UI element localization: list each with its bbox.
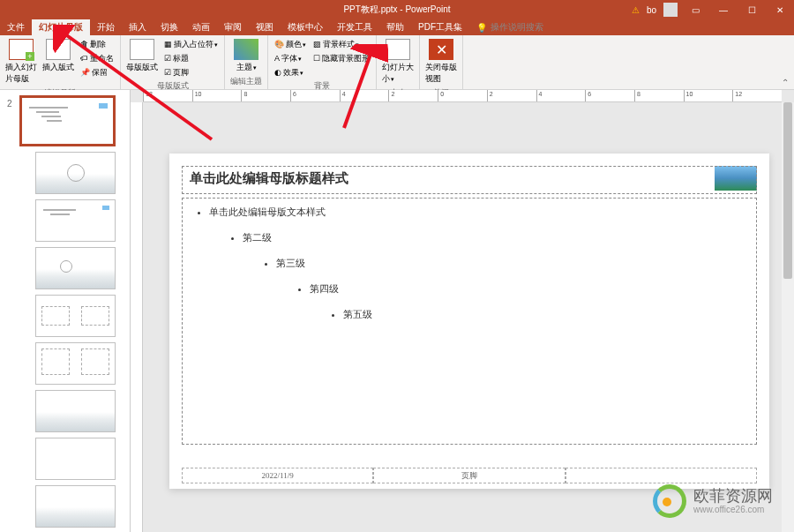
tab-developer[interactable]: 开发工具 bbox=[330, 19, 379, 35]
hide-bg-checkbox[interactable]: ☐隐藏背景图形 bbox=[311, 51, 372, 65]
slide-number-placeholder[interactable] bbox=[566, 468, 757, 483]
bg-icon: ▨ bbox=[313, 40, 321, 49]
tab-pdf[interactable]: PDF工具集 bbox=[411, 19, 469, 35]
tab-templates[interactable]: 模板中心 bbox=[281, 19, 330, 35]
colors-button[interactable]: 🎨颜色 bbox=[272, 37, 309, 51]
layout-thumb[interactable] bbox=[35, 295, 116, 337]
ruler-tick: 2 bbox=[388, 90, 438, 101]
rename-button[interactable]: 🏷重命名 bbox=[78, 51, 116, 65]
tab-view[interactable]: 视图 bbox=[249, 19, 281, 35]
master-layout-icon bbox=[130, 39, 154, 60]
layout-thumb[interactable] bbox=[35, 485, 116, 528]
slide-thumbnails-panel[interactable]: 2 bbox=[0, 90, 131, 532]
ribbon-options-button[interactable]: ▭ bbox=[685, 0, 706, 19]
preserve-button[interactable]: 📌保留 bbox=[78, 65, 116, 79]
ribbon: + 插入幻灯片母版 插入版式 🗑删除 🏷重命名 📌保留 编辑母版 母版版式 ▦插… bbox=[0, 35, 794, 90]
tab-transitions[interactable]: 切换 bbox=[154, 19, 185, 35]
close-master-view-button[interactable]: ✕ 关闭母版视图 bbox=[423, 37, 459, 86]
footers-checkbox[interactable]: ☑页脚 bbox=[161, 65, 221, 79]
footer-placeholder[interactable]: 页脚 bbox=[373, 468, 565, 483]
tab-review[interactable]: 审阅 bbox=[217, 19, 249, 35]
themes-button[interactable]: 主题 bbox=[228, 37, 264, 75]
tell-me-search[interactable]: 💡 操作说明搜索 bbox=[469, 19, 543, 35]
ruler-tick: 10 bbox=[192, 90, 242, 101]
fonts-icon: A bbox=[274, 54, 280, 63]
group-edit-theme: 编辑主题 bbox=[228, 75, 264, 87]
effects-button[interactable]: ◐效果 bbox=[272, 65, 309, 79]
tab-home[interactable]: 开始 bbox=[90, 19, 122, 35]
warning-icon: ⚠ bbox=[632, 5, 640, 15]
vertical-ruler[interactable] bbox=[131, 102, 143, 532]
checkbox-icon: ☑ bbox=[164, 54, 171, 63]
slide-size-button[interactable]: 幻灯片大小 bbox=[380, 37, 416, 86]
ruler-tick: 8 bbox=[241, 90, 290, 101]
layout-thumb[interactable] bbox=[35, 390, 116, 432]
effects-icon: ◐ bbox=[274, 68, 281, 77]
placeholder-icon: ▦ bbox=[164, 40, 172, 49]
ruler-tick: 4 bbox=[340, 90, 389, 101]
layout-thumb[interactable] bbox=[35, 247, 116, 289]
slide-canvas[interactable]: 单击此处编辑母版标题样式 单击此处编辑母版文本样式 第二级 第三级 第四级 第五… bbox=[169, 154, 769, 489]
ruler-tick: 10 bbox=[684, 90, 733, 101]
checkbox-icon: ☐ bbox=[313, 54, 320, 63]
vertical-scrollbar[interactable] bbox=[782, 102, 794, 532]
master-number: 2 bbox=[7, 99, 12, 109]
title-checkbox[interactable]: ☑标题 bbox=[161, 51, 221, 65]
checkbox-icon: ☑ bbox=[164, 68, 171, 77]
slide-editor: 12108642024681012 单击此处编辑母版标题样式 单击此处编辑母版文… bbox=[131, 90, 794, 532]
close-icon: ✕ bbox=[429, 39, 453, 60]
layout-thumb[interactable] bbox=[35, 342, 116, 385]
title-placeholder[interactable]: 单击此处编辑母版标题样式 bbox=[182, 166, 757, 194]
watermark: 欧菲资源网 www.office26.com bbox=[653, 484, 773, 518]
ruler-tick: 0 bbox=[438, 90, 487, 101]
delete-button[interactable]: 🗑删除 bbox=[78, 37, 116, 51]
watermark-logo-icon bbox=[653, 484, 686, 518]
master-layout-button[interactable]: 母版版式 bbox=[124, 37, 160, 75]
collapse-ribbon-button[interactable]: ⌃ bbox=[782, 78, 789, 87]
insert-layout-button[interactable]: 插入版式 bbox=[41, 37, 76, 75]
date-placeholder[interactable]: 2022/11/9 bbox=[182, 468, 373, 483]
insert-placeholder-button[interactable]: ▦插入占位符 bbox=[161, 37, 221, 51]
delete-icon: 🗑 bbox=[80, 40, 88, 49]
tab-file[interactable]: 文件 bbox=[0, 19, 32, 35]
ribbon-tabs: 文件 幻灯片母版 开始 插入 切换 动画 审阅 视图 模板中心 开发工具 帮助 … bbox=[0, 19, 794, 35]
themes-icon bbox=[234, 39, 258, 60]
user-name: bo bbox=[647, 5, 656, 15]
horizontal-ruler[interactable]: 12108642024681012 bbox=[143, 90, 782, 102]
close-button[interactable]: ✕ bbox=[769, 0, 790, 19]
tab-slidemaster[interactable]: 幻灯片母版 bbox=[32, 19, 90, 35]
lightbulb-icon: 💡 bbox=[476, 23, 487, 33]
rename-icon: 🏷 bbox=[80, 54, 88, 63]
tab-insert[interactable]: 插入 bbox=[122, 19, 154, 35]
ruler-tick: 4 bbox=[536, 90, 586, 101]
watermark-url: www.office26.com bbox=[693, 505, 773, 514]
ruler-tick: 12 bbox=[143, 90, 192, 101]
tab-help[interactable]: 帮助 bbox=[379, 19, 411, 35]
footer-placeholders: 2022/11/9 页脚 bbox=[182, 468, 757, 483]
body-placeholder[interactable]: 单击此处编辑母版文本样式 第二级 第三级 第四级 第五级 bbox=[182, 198, 757, 445]
scrollbar-thumb[interactable] bbox=[783, 102, 792, 279]
layout-thumb[interactable] bbox=[35, 199, 116, 242]
ruler-tick: 6 bbox=[290, 90, 340, 101]
avatar[interactable] bbox=[663, 3, 678, 17]
app-name: PowerPoint bbox=[405, 4, 450, 14]
master-slide-thumb[interactable] bbox=[19, 95, 116, 146]
file-name: PPT教程.pptx bbox=[343, 4, 397, 14]
preserve-icon: 📌 bbox=[80, 68, 90, 77]
watermark-brand: 欧菲资源网 bbox=[693, 488, 773, 506]
tab-animations[interactable]: 动画 bbox=[185, 19, 217, 35]
layout-thumb[interactable] bbox=[35, 152, 116, 194]
maximize-button[interactable]: ☐ bbox=[741, 0, 762, 19]
fonts-button[interactable]: A字体 bbox=[272, 51, 309, 65]
layout-thumb[interactable] bbox=[35, 438, 116, 480]
insert-slide-master-button[interactable]: + 插入幻灯片母版 bbox=[4, 37, 39, 86]
ruler-tick: 8 bbox=[634, 90, 684, 101]
workspace: 2 12108642024681012 单击此处编辑母版标题样式 单击此处编辑母… bbox=[0, 90, 794, 532]
title-text: PPT教程.pptx - PowerPoint bbox=[343, 4, 450, 16]
minimize-button[interactable]: — bbox=[713, 0, 734, 19]
bg-styles-button[interactable]: ▨背景样式 bbox=[311, 37, 372, 51]
ruler-tick: 2 bbox=[487, 90, 536, 101]
layout-icon bbox=[46, 39, 71, 60]
slide-master-icon: + bbox=[9, 39, 34, 60]
ruler-tick: 12 bbox=[732, 90, 782, 101]
